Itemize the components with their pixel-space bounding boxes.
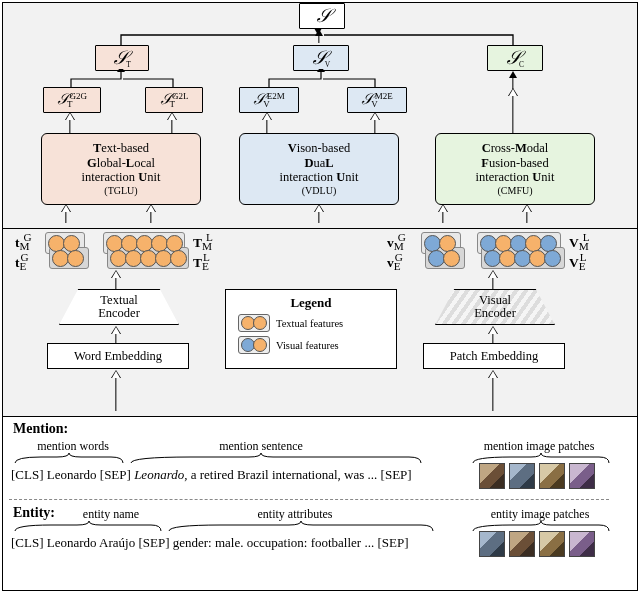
lbl-tEG: tEG xyxy=(15,251,29,272)
bottom-panel: Mention: mention words mention sentence … xyxy=(3,417,637,587)
legend-visual: Visual features xyxy=(276,340,339,351)
score-v-e2m: 𝒮VE2M xyxy=(239,87,299,113)
score-t-g2g: 𝒮TG2G xyxy=(43,87,101,113)
fanin-lines-top xyxy=(83,27,553,47)
mention-sentence-label: mention sentence xyxy=(161,439,361,454)
score-t-g2l: 𝒮TG2L xyxy=(145,87,203,113)
feat-vEG xyxy=(429,250,459,267)
score-t-label: 𝒮T xyxy=(113,47,131,69)
mention-words-label: mention words xyxy=(27,439,119,454)
visual-encoder: VisualEncoder xyxy=(435,289,555,325)
score-v-label: 𝒮V xyxy=(312,47,330,69)
entity-token-row: [CLS] Leonardo Araújo [SEP] gender: male… xyxy=(11,535,471,551)
lbl-TML: TML xyxy=(193,231,213,252)
lbl-VEL: VEL xyxy=(569,251,587,272)
score-c-box: 𝒮C xyxy=(487,45,543,71)
entity-heading: Entity: xyxy=(13,505,55,521)
fanin-st xyxy=(41,69,211,89)
score-final-label: 𝒮 xyxy=(316,5,329,27)
unit-vdlu: Vison-based DuaL interaction Unit (VDLU) xyxy=(239,133,399,205)
mention-img-2 xyxy=(509,463,535,489)
textual-encoder-label: TextualEncoder xyxy=(98,294,140,320)
mention-img-3 xyxy=(539,463,565,489)
lbl-VML: VML xyxy=(569,231,590,252)
entity-attrs-label: entity attributes xyxy=(225,507,365,522)
unit-cmfu-abbr: (CMFU) xyxy=(442,185,588,197)
legend-title: Legend xyxy=(238,295,384,311)
svg-marker-2 xyxy=(317,69,325,72)
entity-img-1 xyxy=(479,531,505,557)
entity-img-4 xyxy=(569,531,595,557)
legend-box: Legend Textual features Visual features xyxy=(225,289,397,369)
entity-img-3 xyxy=(539,531,565,557)
top-panel: 𝒮 𝒮T 𝒮V 𝒮C xyxy=(3,3,637,229)
feat-VEL xyxy=(485,250,560,267)
entity-image-row xyxy=(479,531,595,557)
lbl-TEL: TEL xyxy=(193,251,210,272)
unit-cmfu: Cross-Modal Fusion-based interaction Uni… xyxy=(435,133,595,205)
patch-embedding: Patch Embedding xyxy=(423,343,565,369)
entity-img-2 xyxy=(509,531,535,557)
lbl-vMG: vMG xyxy=(387,231,406,252)
svg-marker-0 xyxy=(314,28,322,35)
entity-patches-label: entity image patches xyxy=(473,507,607,522)
score-final-box: 𝒮 xyxy=(299,3,345,29)
legend-textual: Textual features xyxy=(276,318,343,329)
score-c-label: 𝒮C xyxy=(506,47,524,69)
mention-token-row: [CLS] Leonardo [SEP] Leonardo, a retired… xyxy=(11,467,471,483)
lbl-tMG: tMG xyxy=(15,231,32,252)
score-t-box: 𝒮T xyxy=(95,45,149,71)
lbl-vEG: vEG xyxy=(387,251,403,272)
feat-TEL xyxy=(111,250,186,267)
unit-tglu-abbr: (TGLU) xyxy=(48,185,194,197)
mention-img-4 xyxy=(569,463,595,489)
mid-panel: tMG tEG TML TEL vMG vEG VML VEL TextualE… xyxy=(3,229,637,417)
feat-tEG xyxy=(53,250,83,267)
word-embedding: Word Embedding xyxy=(47,343,189,369)
patch-embedding-label: Patch Embedding xyxy=(450,349,539,364)
score-v-m2e: 𝒮VM2E xyxy=(347,87,407,113)
model-architecture-diagram: 𝒮 𝒮T 𝒮V 𝒮C xyxy=(2,2,638,591)
mention-img-1 xyxy=(479,463,505,489)
entity-name-label: entity name xyxy=(71,507,151,522)
mention-patches-label: mention image patches xyxy=(469,439,609,454)
score-v-box: 𝒮V xyxy=(293,45,349,71)
svg-marker-1 xyxy=(117,69,125,72)
word-embedding-label: Word Embedding xyxy=(74,349,162,364)
dashed-separator xyxy=(9,499,609,500)
visual-encoder-label: VisualEncoder xyxy=(474,294,516,320)
fanin-sv xyxy=(235,69,411,89)
unit-tglu: TText-basedext-based Global-Local intera… xyxy=(41,133,201,205)
mention-image-row xyxy=(479,463,595,489)
unit-vdlu-abbr: (VDLU) xyxy=(246,185,392,197)
mention-heading: Mention: xyxy=(13,421,68,437)
textual-encoder: TextualEncoder xyxy=(59,289,179,325)
